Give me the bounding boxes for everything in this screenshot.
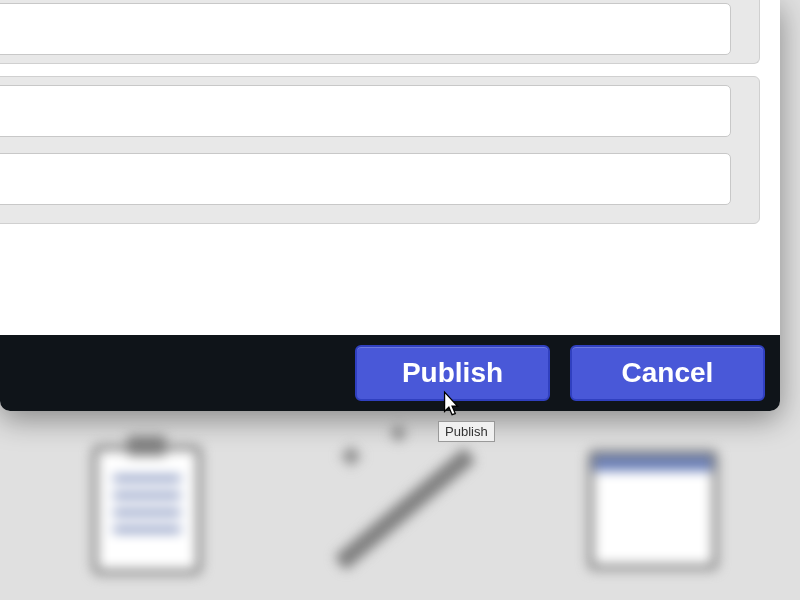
- text-input-1[interactable]: [0, 3, 731, 55]
- text-input-2[interactable]: [0, 85, 731, 137]
- publish-button[interactable]: Publish: [355, 345, 550, 401]
- publish-dialog: Publish Cancel: [0, 0, 780, 411]
- tooltip: Publish: [438, 421, 495, 442]
- clipboard-icon: [77, 440, 217, 580]
- cancel-button[interactable]: Cancel: [570, 345, 765, 401]
- text-input-3[interactable]: [0, 153, 731, 205]
- window-icon: [583, 440, 723, 580]
- dialog-content: [0, 0, 780, 335]
- magic-wand-icon: ✦ ✦: [330, 440, 470, 580]
- background-icons: ✦ ✦: [0, 420, 800, 600]
- dialog-footer: Publish Cancel: [0, 335, 780, 411]
- form-section-1: [0, 0, 760, 64]
- form-section-2: [0, 76, 760, 224]
